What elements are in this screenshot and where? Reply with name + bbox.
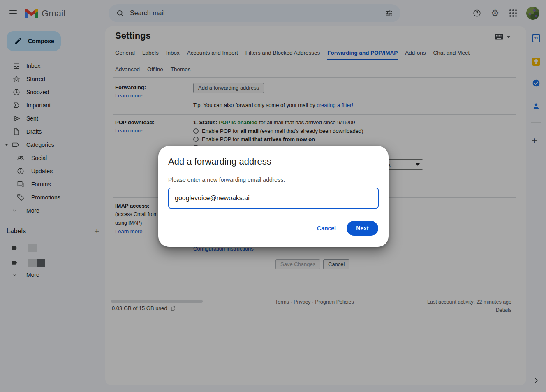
dialog-actions: Cancel Next bbox=[317, 221, 378, 236]
dialog-cancel-button[interactable]: Cancel bbox=[317, 225, 336, 232]
dialog-prompt: Please enter a new forwarding email addr… bbox=[168, 176, 285, 183]
dialog-next-button[interactable]: Next bbox=[347, 221, 378, 236]
add-forwarding-address-dialog: Add a forwarding address Please enter a … bbox=[158, 146, 389, 247]
forwarding-email-input[interactable] bbox=[168, 188, 379, 209]
dialog-title: Add a forwarding address bbox=[168, 156, 271, 167]
